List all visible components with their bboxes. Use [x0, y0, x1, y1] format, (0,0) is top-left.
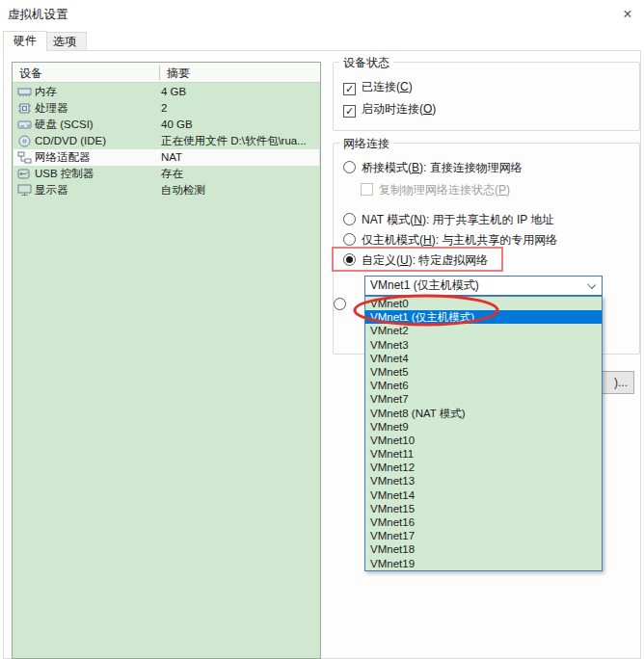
checkbox-replicate-state[interactable]: 复制物理网络连接状态(P): [361, 182, 510, 198]
dropdown-item[interactable]: VMnet3: [365, 338, 602, 352]
vmnet-combobox[interactable]: VMnet1 (仅主机模式): [364, 276, 603, 296]
dropdown-item[interactable]: VMnet15: [365, 502, 602, 515]
device-status-group-label: 设备状态: [339, 55, 393, 71]
dropdown-item[interactable]: VMnet11: [365, 447, 602, 461]
close-icon[interactable]: ×: [616, 4, 639, 25]
radio-lan-segment[interactable]: [334, 298, 346, 310]
radio-selected-icon: [343, 253, 356, 266]
device-row-processor[interactable]: 处理器 2: [13, 100, 319, 117]
radio-icon: [343, 213, 356, 225]
vmnet-dropdown-list[interactable]: VMnet0 VMnet1 (仅主机模式) VMnet2 VMnet3 VMne…: [364, 296, 603, 571]
processor-icon: [17, 102, 32, 115]
checkbox-checked-icon: ✓: [343, 83, 356, 95]
dropdown-item[interactable]: VMnet19: [365, 557, 602, 570]
dropdown-item[interactable]: VMnet8 (NAT 模式): [365, 407, 602, 420]
network-adapter-icon: [17, 151, 32, 164]
radio-nat[interactable]: NAT 模式(N): 用于共享主机的 IP 地址: [343, 212, 553, 228]
dropdown-item[interactable]: VMnet2: [365, 324, 602, 337]
column-header-device: 设备: [19, 66, 42, 82]
memory-icon: [17, 86, 32, 98]
dropdown-item[interactable]: VMnet9: [365, 420, 602, 434]
radio-icon: [343, 233, 356, 246]
dropdown-item[interactable]: VMnet14: [365, 488, 602, 502]
checkbox-connect-at-power-on[interactable]: ✓启动时连接(O): [343, 101, 436, 118]
device-list-header: 设备 摘要: [13, 63, 320, 83]
checkbox-unchecked-icon: [361, 183, 373, 196]
dropdown-item[interactable]: VMnet12: [365, 461, 602, 474]
dropdown-item[interactable]: VMnet7: [365, 392, 602, 406]
dropdown-item[interactable]: VMnet0: [365, 297, 602, 310]
device-row-cd-dvd[interactable]: CD/DVD (IDE) 正在使用文件 D:\软件包\rua...: [13, 133, 319, 149]
tab-options[interactable]: 选项: [42, 32, 87, 51]
network-connection-group-label: 网络连接: [339, 136, 393, 152]
dropdown-item[interactable]: VMnet18: [365, 542, 602, 556]
dropdown-item[interactable]: VMnet16: [365, 515, 602, 529]
device-row-display[interactable]: 显示器 自动检测: [13, 182, 319, 198]
device-status-group: [333, 62, 640, 131]
dropdown-item-selected[interactable]: VMnet1 (仅主机模式): [365, 310, 602, 324]
column-divider: [159, 66, 160, 80]
column-header-summary: 摘要: [167, 66, 190, 82]
checkbox-checked-icon: ✓: [343, 105, 356, 118]
dropdown-item[interactable]: VMnet6: [365, 379, 602, 392]
radio-custom[interactable]: 自定义(U): 特定虚拟网络: [343, 252, 488, 269]
tab-hardware[interactable]: 硬件: [3, 31, 47, 51]
device-row-memory[interactable]: 内存 4 GB: [13, 84, 319, 100]
dropdown-item[interactable]: VMnet17: [365, 529, 602, 542]
checkbox-connected[interactable]: ✓已连接(C): [343, 79, 413, 95]
device-row-harddisk[interactable]: 硬盘 (SCSI) 40 GB: [13, 117, 319, 133]
radio-host-only[interactable]: 仅主机模式(H): 与主机共享的专用网络: [343, 232, 557, 249]
dropdown-item[interactable]: VMnet5: [365, 365, 602, 379]
device-list[interactable]: 设备 摘要 内存 4 GB 处理器 2 硬盘 (SCSI) 40 GB CD/D…: [12, 62, 321, 659]
harddisk-icon: [17, 119, 32, 131]
radio-icon: [343, 161, 356, 173]
cd-dvd-icon: [17, 135, 32, 147]
device-row-usb-controller[interactable]: USB 控制器 存在: [13, 166, 319, 182]
display-icon: [17, 184, 32, 197]
dropdown-item[interactable]: VMnet4: [365, 352, 602, 365]
chevron-down-icon: [587, 280, 596, 289]
dropdown-item[interactable]: VMnet13: [365, 474, 602, 488]
usb-icon: [17, 168, 32, 180]
radio-bridged[interactable]: 桥接模式(B): 直接连接物理网络: [343, 160, 523, 176]
window-title: 虚拟机设置: [8, 7, 68, 23]
device-row-network-adapter[interactable]: 网络适配器 NAT: [13, 149, 319, 166]
dropdown-item[interactable]: VMnet10: [365, 434, 602, 447]
